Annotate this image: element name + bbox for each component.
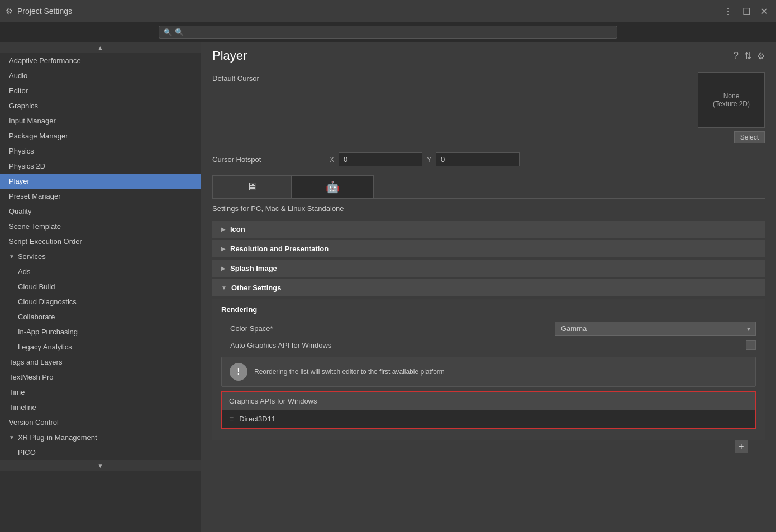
sidebar-item-physics-2d[interactable]: Physics 2D	[0, 159, 201, 174]
tab-android[interactable]: 🤖	[292, 175, 374, 198]
color-space-dropdown-wrapper: Gamma Linear ▼	[555, 322, 756, 336]
platform-subtitle: Settings for PC, Mac & Linux Standalone	[201, 199, 776, 218]
warning-icon: !	[230, 363, 247, 381]
settings-icon: ⚙	[6, 7, 13, 16]
sidebar-item-player[interactable]: Player	[0, 174, 201, 189]
sidebar-item-label-physics: Physics	[9, 147, 34, 155]
maximize-button[interactable]: ☐	[740, 5, 753, 18]
sidebar-item-quality[interactable]: Quality	[0, 204, 201, 219]
icon-section-label: Icon	[230, 225, 245, 233]
sidebar-item-textmesh-pro[interactable]: TextMesh Pro	[0, 370, 201, 385]
close-button[interactable]: ✕	[758, 5, 770, 18]
tab-pc[interactable]: 🖥	[212, 175, 292, 198]
splash-section-arrow: ▶	[221, 265, 226, 271]
sidebar-item-scene-template[interactable]: Scene Template	[0, 219, 201, 234]
main-layout: ▲ Adaptive PerformanceAudioEditorGraphic…	[0, 42, 776, 532]
search-input[interactable]	[175, 28, 612, 36]
other-settings-label: Other Settings	[231, 284, 282, 292]
section-resolution[interactable]: ▶ Resolution and Presentation	[212, 240, 765, 257]
sidebar-item-tags-and-layers[interactable]: Tags and Layers	[0, 354, 201, 370]
sidebar-item-time[interactable]: Time	[0, 385, 201, 400]
layout-icon[interactable]: ⇅	[744, 51, 751, 61]
resolution-section-arrow: ▶	[221, 246, 226, 252]
sidebar-item-audio[interactable]: Audio	[0, 68, 201, 83]
sidebar-item-package-manager[interactable]: Package Manager	[0, 128, 201, 143]
sidebar-item-label-quality: Quality	[9, 207, 31, 215]
sidebar-scroll-up[interactable]: ▲	[0, 42, 201, 53]
select-button[interactable]: Select	[734, 131, 765, 143]
sidebar-item-label-services: Services	[18, 252, 46, 261]
sidebar-item-legacy-analytics[interactable]: Legacy Analytics	[0, 339, 201, 354]
sidebar-item-version-control[interactable]: Version Control	[0, 415, 201, 430]
sidebar-item-cloud-build[interactable]: Cloud Build	[0, 279, 201, 294]
sidebar-item-services[interactable]: ▼Services	[0, 249, 201, 264]
sidebar-item-label-scene-template: Scene Template	[9, 222, 61, 231]
default-cursor-label: Default Cursor	[212, 72, 324, 83]
sidebar-item-timeline[interactable]: Timeline	[0, 400, 201, 415]
warning-text: Reordering the list will switch editor t…	[254, 368, 445, 376]
sidebar-item-label-adaptive-performance: Adaptive Performance	[9, 56, 81, 65]
add-api-button[interactable]: +	[735, 440, 748, 453]
sidebar-item-adaptive-performance[interactable]: Adaptive Performance	[0, 53, 201, 68]
header-icon-group: ? ⇅ ⚙	[734, 51, 765, 61]
section-splash[interactable]: ▶ Splash Image	[212, 260, 765, 277]
gear-icon[interactable]: ⚙	[757, 51, 765, 61]
sidebar-item-cloud-diagnostics[interactable]: Cloud Diagnostics	[0, 294, 201, 309]
other-settings-arrow: ▼	[221, 285, 227, 291]
sidebar-item-input-manager[interactable]: Input Manager	[0, 113, 201, 128]
sidebar-item-label-editor: Editor	[9, 87, 28, 95]
search-icon: 🔍	[164, 28, 172, 36]
sidebar-item-arrow-services: ▼	[9, 253, 15, 260]
hotspot-x-input[interactable]	[339, 152, 422, 166]
sidebar-item-preset-manager[interactable]: Preset Manager	[0, 189, 201, 204]
cursor-hotspot-row: Cursor Hotspot X Y	[201, 148, 776, 171]
sidebar-scroll-down[interactable]: ▼	[0, 460, 201, 471]
sidebar-item-in-app-purchasing[interactable]: In-App Purchasing	[0, 324, 201, 339]
sidebar-item-label-input-manager: Input Manager	[9, 117, 56, 125]
sidebar-item-xr-plugin-management[interactable]: ▼XR Plug-in Management	[0, 430, 201, 445]
more-options-button[interactable]: ⋮	[721, 5, 735, 18]
sidebar-item-collaborate[interactable]: Collaborate	[0, 309, 201, 324]
sidebar-item-ads[interactable]: Ads	[0, 264, 201, 279]
graphics-api-box: Graphics APIs for Windows ≡ Direct3D11	[221, 391, 756, 429]
content-area: Player ? ⇅ ⚙ Default Cursor None (Textur…	[201, 42, 776, 532]
sidebar-item-label-cloud-diagnostics: Cloud Diagnostics	[18, 298, 77, 306]
splash-section-label: Splash Image	[230, 264, 277, 272]
platform-tabs: 🖥 🤖	[212, 175, 765, 199]
sidebar-item-pico[interactable]: PICO	[0, 445, 201, 460]
section-other-settings[interactable]: ▼ Other Settings	[212, 279, 765, 296]
hotspot-y-input[interactable]	[436, 152, 520, 166]
color-space-label: Color Space*	[221, 324, 555, 333]
sidebar-item-arrow-xr-plugin-management: ▼	[9, 434, 15, 440]
sidebar-item-editor[interactable]: Editor	[0, 83, 201, 98]
sidebar-item-label-in-app-purchasing: In-App Purchasing	[18, 328, 78, 336]
color-space-row: Color Space* Gamma Linear ▼	[221, 319, 756, 338]
sidebar-item-label-audio: Audio	[9, 71, 27, 80]
other-settings-content: Rendering Color Space* Gamma Linear ▼ Au…	[212, 299, 765, 440]
cursor-texture-box: None (Texture 2D)	[698, 72, 765, 128]
sidebar-item-graphics[interactable]: Graphics	[0, 98, 201, 113]
graphics-api-row-direct3d: ≡ Direct3D11	[222, 410, 755, 428]
sidebar-item-physics[interactable]: Physics	[0, 143, 201, 159]
sidebar-item-label-cloud-build: Cloud Build	[18, 282, 55, 291]
add-button-area: +	[212, 442, 765, 464]
sidebar-item-label-script-execution-order: Script Execution Order	[9, 237, 82, 246]
auto-graphics-row: Auto Graphics API for Windows	[221, 338, 756, 352]
graphics-api-header: Graphics APIs for Windows	[222, 392, 755, 410]
sidebar-item-script-execution-order[interactable]: Script Execution Order	[0, 234, 201, 249]
window-controls: ⋮ ☐ ✕	[721, 5, 770, 18]
search-bar: 🔍	[0, 22, 776, 42]
drag-handle-icon[interactable]: ≡	[229, 414, 234, 423]
direct3d-label: Direct3D11	[239, 415, 275, 423]
search-wrapper: 🔍	[159, 26, 617, 39]
section-icon[interactable]: ▶ Icon	[212, 221, 765, 238]
help-icon[interactable]: ?	[734, 51, 739, 61]
default-cursor-section: Default Cursor None (Texture 2D) Select	[201, 68, 776, 148]
sidebar-items-container: Adaptive PerformanceAudioEditorGraphicsI…	[0, 53, 201, 460]
rendering-title: Rendering	[221, 305, 756, 314]
auto-graphics-checkbox[interactable]	[746, 340, 756, 350]
sidebar-item-label-graphics: Graphics	[9, 102, 38, 110]
color-space-dropdown[interactable]: Gamma Linear	[555, 322, 756, 336]
title-bar: ⚙ Project Settings ⋮ ☐ ✕	[0, 0, 776, 22]
sidebar-item-label-package-manager: Package Manager	[9, 132, 68, 140]
